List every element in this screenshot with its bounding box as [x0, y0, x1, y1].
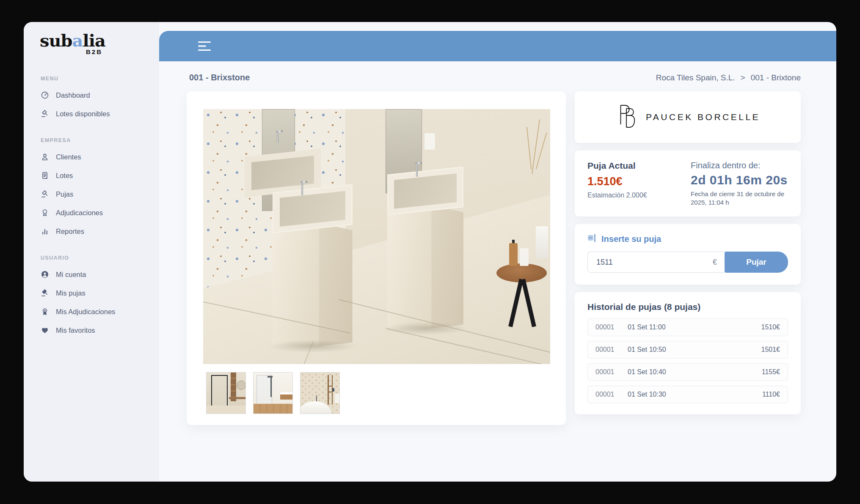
- bid-history-list: 00001 01 Set 11:00 1510€ 00001 01 Set 10…: [587, 318, 788, 403]
- gavel-icon: [41, 110, 49, 118]
- sidebar-item-mis-pujas[interactable]: Mis pujas: [24, 284, 159, 302]
- bidder-id: 00001: [595, 323, 628, 331]
- sidebar-item-label: Mis favoritos: [56, 326, 95, 334]
- top-bar: [159, 31, 836, 61]
- product-photo: [203, 109, 550, 364]
- sidebar-item-mis-adjudicaciones[interactable]: Mis Adjudicaciones: [24, 302, 159, 321]
- sidebar-item-label: Dashboard: [56, 91, 90, 99]
- thumbnail-white-bathroom[interactable]: [253, 372, 293, 414]
- countdown-timer: 2d 01h 16m 20s: [691, 173, 788, 187]
- sidebar-item-label: Mis pujas: [56, 289, 85, 297]
- sidebar-item-pujas[interactable]: Pujas: [24, 185, 159, 203]
- dashboard-icon: [41, 91, 49, 99]
- auction-panel: PAUCEK BORCELLE Puja Actual 1.510€ Estai…: [575, 91, 801, 414]
- bid-history-row: 00001 01 Set 10:30 1110€: [587, 386, 788, 403]
- breadcrumb-parent[interactable]: Roca Tiles Spain, S.L.: [656, 73, 735, 82]
- bid-time: 01 Set 10:50: [628, 346, 761, 353]
- sidebar-item-reportes[interactable]: Reportes: [24, 222, 159, 241]
- document-icon: [41, 171, 49, 180]
- sidebar-item-label: Mi cuenta: [56, 271, 86, 279]
- breadcrumb-separator: >: [741, 73, 745, 82]
- sidebar-item-label: Pujas: [56, 190, 73, 198]
- bidder-id: 00001: [595, 346, 628, 353]
- content-area: PAUCEK BORCELLE Puja Actual 1.510€ Estai…: [159, 82, 836, 442]
- sidebar-item-mi-cuenta[interactable]: Mi cuenta: [24, 265, 159, 284]
- bid-amount: 1110€: [762, 391, 780, 398]
- bid-time: 01 Set 10:30: [628, 391, 762, 398]
- gavel-icon: [41, 190, 49, 198]
- sidebar-item-adjudicaciones[interactable]: Adjudicaciones: [24, 203, 159, 222]
- pedestal-sink-left: [273, 188, 353, 346]
- soap-bottle: [509, 243, 518, 266]
- bid-time: 01 Set 10:40: [628, 368, 762, 376]
- bid-amount-input[interactable]: [595, 257, 713, 267]
- sidebar-item-clientes[interactable]: Clientes: [24, 148, 159, 166]
- sidebar: subalia B2B MENU Dashboard Lotes disponi…: [24, 22, 159, 482]
- award-filled-icon: [41, 307, 49, 316]
- bid-history-row: 00001 01 Set 11:00 1510€: [587, 318, 788, 336]
- bid-amount: 1155€: [762, 368, 780, 376]
- sidebar-item-label: Reportes: [56, 227, 84, 236]
- white-canister: [536, 226, 549, 258]
- bidder-id: 00001: [595, 368, 628, 376]
- bid-form-card: Inserte su puja € Pujar: [575, 224, 801, 285]
- thumbnail-bathtub-tile[interactable]: [300, 372, 340, 414]
- place-bid-button[interactable]: Pujar: [725, 252, 788, 273]
- sidebar-item-mis-favoritos[interactable]: Mis favoritos: [24, 321, 159, 340]
- gavel-filled-icon: [41, 289, 49, 297]
- sidebar-section-empresa: EMPRESA: [41, 137, 159, 143]
- sidebar-item-label: Adjudicaciones: [56, 209, 103, 217]
- currency-symbol: €: [713, 258, 717, 267]
- sidebar-item-label: Mis Adjudicaciones: [56, 308, 115, 316]
- sidebar-item-lotes-disponibles[interactable]: Lotes disponibles: [24, 104, 159, 123]
- bar-chart-icon: [41, 227, 49, 236]
- lotion-bottle: [520, 248, 529, 266]
- brand-wordmark: subalia: [40, 32, 103, 49]
- title-row: 001 - Brixstone Roca Tiles Spain, S.L. >…: [159, 61, 836, 82]
- app-window: subalia B2B MENU Dashboard Lotes disponi…: [24, 22, 836, 482]
- user-icon: [41, 153, 49, 161]
- close-date: Fecha de cierre 31 de octubre de 2025, 1…: [691, 190, 788, 206]
- bidder-id: 00001: [595, 391, 628, 398]
- breadcrumb-current: 001 - Brixtone: [751, 73, 801, 82]
- seller-card: PAUCEK BORCELLE: [575, 91, 801, 143]
- bid-form-label: Inserte su puja: [601, 234, 661, 244]
- bid-amount: 1510€: [761, 323, 780, 331]
- account-circle-icon: [41, 270, 49, 279]
- sidebar-item-dashboard[interactable]: Dashboard: [24, 86, 159, 104]
- vase: [424, 133, 435, 150]
- sidebar-item-label: Lotes disponibles: [56, 110, 110, 118]
- ends-in-label: Finaliza dentro de:: [691, 161, 788, 170]
- bid-time: 01 Set 11:00: [628, 323, 761, 331]
- bid-history-title: Historial de pujas (8 pujas): [587, 302, 788, 312]
- sidebar-item-label: Lotes: [56, 172, 73, 180]
- pedestal-sink-right: [387, 170, 463, 329]
- brand-logo[interactable]: subalia B2B: [24, 32, 103, 55]
- bid-history-card: Historial de pujas (8 pujas) 00001 01 Se…: [575, 292, 801, 414]
- sidebar-item-label: Clientes: [56, 153, 81, 161]
- seller-monogram-logo: [615, 103, 637, 131]
- sidebar-section-usuario: USUARIO: [41, 255, 159, 261]
- estimate-label: Estaimación 2.000€: [587, 192, 691, 199]
- bid-history-row: 00001 01 Set 10:40 1155€: [587, 363, 788, 381]
- current-bid-amount: 1.510€: [587, 175, 691, 188]
- breadcrumb: Roca Tiles Spain, S.L. > 001 - Brixtone: [656, 73, 801, 82]
- sidebar-section-menu: MENU: [41, 76, 159, 82]
- heart-icon: [41, 326, 49, 334]
- current-bid-card: Puja Actual 1.510€ Estaimación 2.000€ Fi…: [575, 151, 801, 216]
- seller-name: PAUCEK BORCELLE: [646, 112, 760, 122]
- sidebar-item-lotes[interactable]: Lotes: [24, 166, 159, 185]
- hamburger-menu-icon[interactable]: [198, 41, 211, 51]
- award-icon: [41, 208, 49, 217]
- page-title: 001 - Brixstone: [189, 73, 250, 82]
- input-cursor-icon: [587, 234, 597, 244]
- current-bid-label: Puja Actual: [587, 161, 691, 171]
- thumbnail-shower-room[interactable]: [206, 372, 246, 414]
- main-area: 001 - Brixstone Roca Tiles Spain, S.L. >…: [159, 22, 836, 482]
- gallery-card: [187, 91, 566, 425]
- bid-history-row: 00001 01 Set 10:50 1501€: [587, 341, 788, 359]
- bid-amount: 1501€: [761, 346, 780, 353]
- thumbnail-strip: [203, 372, 550, 414]
